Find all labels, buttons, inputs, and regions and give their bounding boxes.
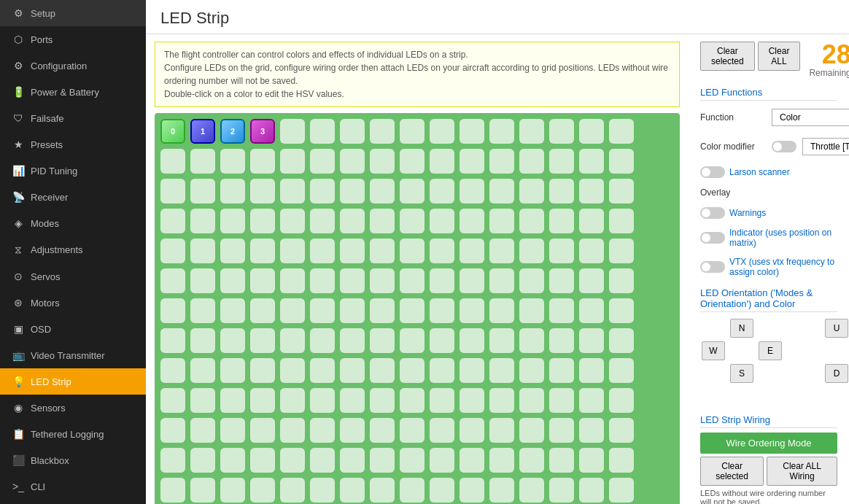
- led-cell[interactable]: [579, 209, 604, 233]
- led-cell[interactable]: [370, 298, 395, 323]
- led-cell[interactable]: [370, 328, 395, 353]
- led-cell[interactable]: [579, 418, 604, 443]
- led-cell[interactable]: [370, 239, 395, 263]
- led-cell[interactable]: [489, 268, 514, 293]
- led-cell[interactable]: [579, 478, 604, 503]
- led-cell[interactable]: [400, 149, 424, 174]
- led-cell[interactable]: [549, 358, 574, 383]
- wire-ordering-button[interactable]: Wire Ordering Mode: [700, 433, 837, 454]
- led-cell[interactable]: [280, 478, 305, 503]
- led-cell[interactable]: [519, 179, 544, 203]
- led-cell[interactable]: [190, 328, 215, 353]
- led-cell[interactable]: [250, 448, 275, 473]
- led-cell[interactable]: [370, 209, 395, 233]
- led-cell[interactable]: [400, 478, 424, 503]
- led-cell[interactable]: [579, 298, 604, 323]
- led-cell[interactable]: [489, 388, 514, 413]
- led-cell[interactable]: [430, 149, 454, 174]
- led-cell[interactable]: [220, 358, 245, 383]
- led-cell[interactable]: [430, 298, 454, 323]
- led-cell[interactable]: [280, 268, 305, 293]
- led-cell[interactable]: [579, 119, 604, 144]
- led-cell[interactable]: [460, 358, 484, 383]
- led-cell[interactable]: [460, 418, 484, 443]
- led-cell[interactable]: [250, 239, 275, 263]
- led-cell[interactable]: [160, 328, 185, 353]
- led-cell[interactable]: [190, 478, 215, 503]
- led-cell[interactable]: [250, 179, 275, 203]
- led-cell[interactable]: [220, 478, 245, 503]
- led-cell[interactable]: [400, 388, 424, 413]
- led-cell[interactable]: [609, 328, 634, 353]
- led-cell[interactable]: [609, 388, 634, 413]
- led-cell[interactable]: [430, 388, 454, 413]
- led-cell[interactable]: [280, 358, 305, 383]
- led-cell[interactable]: [340, 448, 365, 473]
- led-cell[interactable]: [519, 418, 544, 443]
- sidebar-item-receiver[interactable]: 📡Receiver: [0, 184, 146, 210]
- led-cell[interactable]: [250, 209, 275, 233]
- led-cell[interactable]: [430, 478, 454, 503]
- led-cell[interactable]: [370, 418, 395, 443]
- led-cell[interactable]: [549, 448, 574, 473]
- led-cell[interactable]: [340, 388, 365, 413]
- led-cell[interactable]: [310, 179, 335, 203]
- warnings-toggle[interactable]: [700, 207, 725, 219]
- led-cell[interactable]: [160, 268, 185, 293]
- led-cell[interactable]: [220, 239, 245, 263]
- led-cell[interactable]: [220, 448, 245, 473]
- led-cell[interactable]: [460, 388, 484, 413]
- led-cell[interactable]: [609, 209, 634, 233]
- led-cell[interactable]: [430, 119, 454, 144]
- led-cell[interactable]: [310, 328, 335, 353]
- led-cell[interactable]: [370, 268, 395, 293]
- led-cell[interactable]: [519, 149, 544, 174]
- led-cell[interactable]: [310, 239, 335, 263]
- led-cell[interactable]: [579, 388, 604, 413]
- led-cell[interactable]: 3: [250, 119, 275, 144]
- led-cell[interactable]: [250, 298, 275, 323]
- led-cell[interactable]: [190, 149, 215, 174]
- led-cell[interactable]: [519, 268, 544, 293]
- led-cell[interactable]: [190, 418, 215, 443]
- led-cell[interactable]: [190, 358, 215, 383]
- sidebar-item-configuration[interactable]: ⚙Configuration: [0, 53, 146, 79]
- led-cell[interactable]: [609, 478, 634, 503]
- led-cell[interactable]: [310, 298, 335, 323]
- led-cell[interactable]: [190, 448, 215, 473]
- sidebar-item-adjustments[interactable]: ⧖Adjustments: [0, 236, 146, 263]
- led-cell[interactable]: [190, 268, 215, 293]
- led-cell[interactable]: [400, 298, 424, 323]
- led-cell[interactable]: [579, 149, 604, 174]
- led-cell[interactable]: [250, 388, 275, 413]
- led-cell[interactable]: [280, 119, 305, 144]
- led-cell[interactable]: [519, 448, 544, 473]
- led-cell[interactable]: [190, 239, 215, 263]
- led-cell[interactable]: [549, 119, 574, 144]
- led-cell[interactable]: [549, 388, 574, 413]
- led-cell[interactable]: [579, 448, 604, 473]
- led-cell[interactable]: [609, 268, 634, 293]
- led-cell[interactable]: [609, 418, 634, 443]
- led-cell[interactable]: [250, 328, 275, 353]
- sidebar-item-power-battery[interactable]: 🔋Power & Battery: [0, 79, 146, 105]
- led-cell[interactable]: [220, 268, 245, 293]
- led-cell[interactable]: [190, 388, 215, 413]
- led-cell[interactable]: [370, 179, 395, 203]
- led-cell[interactable]: [220, 388, 245, 413]
- led-cell[interactable]: [609, 119, 634, 144]
- led-cell[interactable]: [460, 119, 484, 144]
- compass-e-button[interactable]: E: [759, 341, 782, 360]
- led-cell[interactable]: [400, 209, 424, 233]
- led-cell[interactable]: [430, 209, 454, 233]
- led-cell[interactable]: [400, 119, 424, 144]
- led-cell[interactable]: [160, 239, 185, 263]
- led-cell[interactable]: [519, 478, 544, 503]
- led-cell[interactable]: [400, 328, 424, 353]
- led-cell[interactable]: [160, 149, 185, 174]
- led-cell[interactable]: [460, 209, 484, 233]
- led-cell[interactable]: [549, 328, 574, 353]
- led-cell[interactable]: [519, 239, 544, 263]
- led-cell[interactable]: [400, 418, 424, 443]
- led-cell[interactable]: [370, 149, 395, 174]
